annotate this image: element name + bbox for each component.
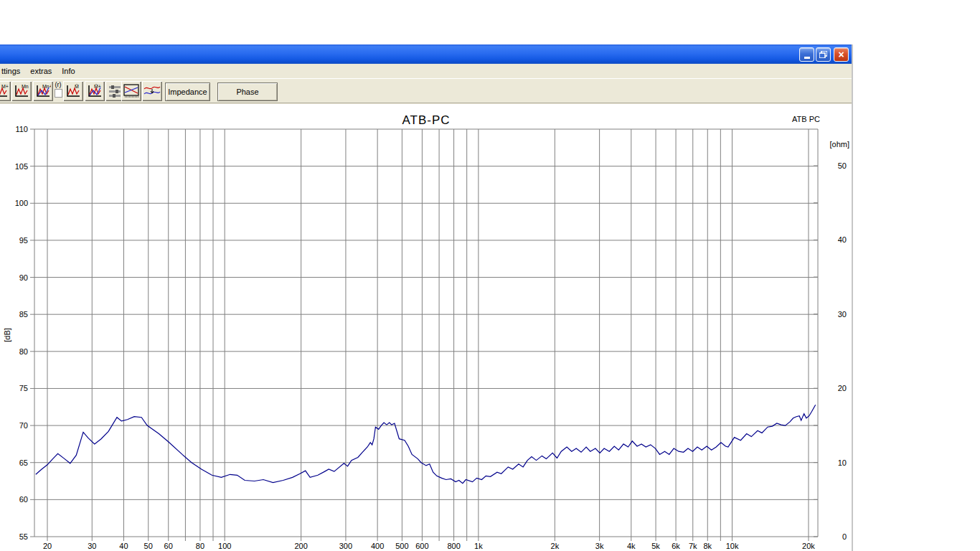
smoothing-curves-icon [143,84,161,98]
svg-text:0: 0 [842,532,847,541]
toolbar-button-measure-mean[interactable]: M̄ [63,81,83,101]
svg-text:[ohm]: [ohm] [829,140,849,149]
svg-text:80: 80 [19,347,28,356]
menu-item-extras[interactable]: extras [25,65,57,77]
svg-text:800: 800 [447,542,460,550]
svg-text:70: 70 [19,421,28,430]
r-indicator-box [55,89,62,98]
svg-text:3k: 3k [595,542,604,550]
menu-item-settings[interactable]: ttings [0,65,25,77]
svg-text:5k: 5k [651,542,660,550]
svg-text:6k: 6k [672,542,680,550]
svg-text:75: 75 [19,384,28,392]
r-indicator-label: (r) [55,81,62,88]
chart-area: 5560657075808590951001051102030405060801… [0,104,852,551]
svg-text:[dB]: [dB] [3,328,11,342]
svg-text:7k: 7k [689,542,697,550]
minimize-button[interactable] [799,47,814,62]
svg-text:50: 50 [838,161,847,170]
svg-text:105: 105 [15,162,28,171]
impedance-button[interactable]: Impedance [165,83,210,101]
menu-bar: ttings extras Info [0,64,852,78]
svg-text:M̄: M̄ [75,84,79,89]
toolbar-button-smoothing[interactable] [142,81,162,101]
r-indicator[interactable]: (r) [53,81,63,103]
svg-text:8k: 8k [703,542,712,550]
svg-text:20: 20 [43,542,52,550]
menu-item-info[interactable]: Info [57,65,80,77]
title-bar[interactable]: × [0,44,852,64]
svg-text:100: 100 [15,199,28,207]
impedance-chart: 5560657075808590951001051102030405060801… [0,104,852,551]
phase-button[interactable]: Phase [217,83,278,101]
toolbar: M+ Mn Mn+ (r) M̄ [0,78,852,103]
measure-curve-icon: M̄ [65,83,81,99]
toolbar-button-measure-store[interactable]: M+ [0,81,11,101]
svg-text:95: 95 [19,236,28,245]
svg-text:500: 500 [395,542,408,550]
measure-curve-icon: M+ [0,83,9,99]
toolbar-button-measure-mean-overlay[interactable]: M̄+ [85,81,105,101]
svg-text:90: 90 [19,273,28,282]
close-icon: × [838,50,844,60]
svg-text:20k: 20k [802,542,815,550]
scale-graph-icon [123,84,139,98]
svg-text:200: 200 [294,542,307,550]
restore-button[interactable] [816,47,831,62]
svg-text:85: 85 [19,310,28,319]
svg-text:55: 55 [19,532,28,541]
svg-text:400: 400 [371,542,384,550]
svg-text:100: 100 [218,542,231,550]
measure-curve-icon: Mn [14,83,29,99]
svg-text:30: 30 [88,542,96,550]
measure-dual-curve-icon: M̄+ [87,83,103,99]
toolbar-button-scale-setup[interactable] [121,81,141,101]
minimize-icon [804,57,810,59]
measure-dual-curve-icon: Mn+ [35,83,51,99]
toolbar-button-measure-n-overlay[interactable]: Mn+ [33,81,53,101]
svg-text:10k: 10k [726,542,739,550]
svg-text:40: 40 [119,542,128,550]
close-button[interactable]: × [834,47,849,62]
toolbar-button-measure-n[interactable]: Mn [11,81,32,101]
svg-text:110: 110 [15,125,28,133]
svg-text:ATB-PC: ATB-PC [402,113,450,127]
svg-text:65: 65 [19,458,28,467]
svg-text:Mn+: Mn+ [42,84,51,89]
svg-text:10: 10 [838,458,847,467]
svg-text:20: 20 [838,384,847,392]
svg-text:60: 60 [164,542,173,550]
svg-text:1k: 1k [474,542,483,550]
svg-text:300: 300 [339,542,352,550]
restore-icon [819,51,827,58]
svg-text:2k: 2k [551,542,560,550]
svg-text:40: 40 [838,235,847,244]
sliders-icon [108,84,121,98]
svg-text:60: 60 [19,495,28,504]
atb-pc-window: × ttings extras Info M+ Mn Mn+ [0,44,853,551]
svg-text:80: 80 [196,542,204,550]
svg-text:50: 50 [144,542,153,550]
svg-text:30: 30 [838,310,847,319]
svg-text:ATB PC: ATB PC [792,115,820,123]
svg-text:4k: 4k [627,542,636,550]
